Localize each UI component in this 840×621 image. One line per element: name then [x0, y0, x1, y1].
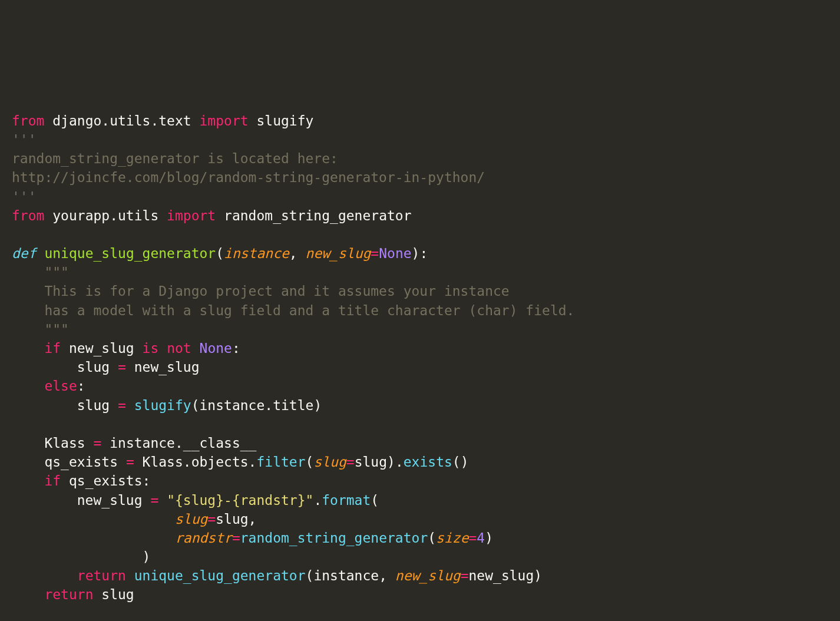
keyword-from: from	[12, 113, 44, 128]
call-exists: exists	[404, 454, 452, 470]
keyword-is: is	[143, 341, 159, 356]
paren: (	[216, 246, 224, 261]
space	[126, 398, 134, 413]
chain: Klass.objects.	[134, 454, 257, 470]
number-4: 4	[477, 530, 485, 546]
indent	[12, 530, 175, 546]
param-instance: instance	[224, 246, 289, 261]
call-unique-slug-generator: unique_slug_generator	[134, 568, 306, 583]
docstring-line: http://joincfe.com/blog/random-string-ge…	[12, 170, 485, 185]
equals: =	[469, 530, 477, 546]
docstring-line: has a model with a slug field and a titl…	[12, 303, 574, 318]
space	[158, 341, 167, 356]
param-new-slug: new_slug	[306, 246, 371, 261]
equals: =	[461, 568, 469, 583]
paren: ()	[452, 454, 469, 470]
equals: =	[118, 359, 126, 375]
docstring-open: '''	[12, 132, 37, 147]
keyword-from: from	[12, 208, 44, 223]
call-filter: filter	[256, 454, 305, 470]
keyword-return: return	[77, 568, 126, 583]
call-slugify: slugify	[134, 398, 191, 413]
keyword-return: return	[44, 587, 93, 602]
equals: =	[93, 435, 101, 451]
paren: (	[306, 454, 314, 470]
const-none: None	[200, 341, 232, 356]
assign-lhs: qs_exists	[12, 454, 126, 470]
equals: =	[207, 511, 216, 527]
paren: (	[428, 530, 436, 546]
import-name: slugify	[249, 113, 314, 128]
paren-colon: ):	[412, 246, 428, 261]
call-args: (instance,	[306, 568, 395, 583]
indent	[12, 587, 44, 602]
call-args: (instance.title)	[191, 398, 322, 413]
comma: ,	[289, 246, 306, 261]
call-format: format	[322, 493, 371, 508]
indent	[12, 341, 44, 356]
keyword-else: else	[44, 378, 77, 394]
docstring-line: This is for a Django project and it assu…	[12, 283, 518, 299]
docstring-close: """	[12, 322, 69, 337]
condition: qs_exists:	[61, 473, 150, 488]
assign-lhs: Klass	[12, 435, 93, 451]
dot: .	[313, 493, 322, 508]
equals: =	[371, 246, 379, 261]
paren: )	[485, 530, 493, 546]
module-path: yourapp.utils	[44, 208, 167, 223]
keyword-def: def	[12, 246, 37, 261]
space	[158, 493, 167, 508]
keyword-if: if	[44, 473, 61, 488]
kwarg-new-slug: new_slug	[395, 568, 461, 583]
call-random-string-generator: random_string_generator	[240, 530, 428, 546]
keyword-if: if	[44, 341, 61, 356]
string-literal: "{slug}-{randstr}"	[167, 493, 313, 508]
keyword-import: import	[200, 113, 249, 128]
assign-rhs: instance.__class__	[101, 435, 256, 451]
equals: =	[126, 454, 134, 470]
paren: (	[371, 493, 379, 508]
kwarg-value: slug,	[216, 511, 256, 527]
docstring-open: """	[12, 265, 69, 280]
assign-lhs: slug	[12, 359, 118, 375]
docstring-close: '''	[12, 189, 37, 204]
kwarg-randstr: randstr	[175, 530, 232, 546]
kwarg-slug: slug	[175, 511, 207, 527]
var: new_slug	[61, 341, 142, 356]
docstring-line: random_string_generator is located here:	[12, 151, 338, 166]
equals: =	[232, 530, 240, 546]
kwarg-size: size	[436, 530, 468, 546]
kwarg-slug: slug	[313, 454, 346, 470]
indent	[12, 511, 175, 527]
module-path: django.utils.text	[44, 113, 199, 128]
space	[37, 246, 45, 261]
const-none: None	[379, 246, 411, 261]
colon: :	[232, 341, 240, 356]
paren-close: )	[12, 549, 150, 564]
indent	[12, 473, 44, 488]
keyword-import: import	[167, 208, 216, 223]
equals: =	[150, 493, 158, 508]
assign-lhs: slug	[12, 398, 118, 413]
space	[191, 341, 200, 356]
code-snippet: from django.utils.text import slugify ''…	[0, 76, 840, 621]
import-name: random_string_generator	[216, 208, 411, 223]
function-name: unique_slug_generator	[44, 246, 216, 261]
equals: =	[118, 398, 126, 413]
return-value: slug	[93, 587, 134, 602]
space	[126, 568, 134, 583]
assign-lhs: new_slug	[12, 493, 150, 508]
equals: =	[346, 454, 355, 470]
assign-rhs: new_slug	[126, 359, 200, 375]
colon: :	[77, 378, 85, 394]
indent	[12, 568, 77, 583]
indent	[12, 378, 44, 394]
chain: slug).	[355, 454, 404, 470]
keyword-not: not	[167, 341, 191, 356]
kwarg-value: new_slug)	[469, 568, 543, 583]
